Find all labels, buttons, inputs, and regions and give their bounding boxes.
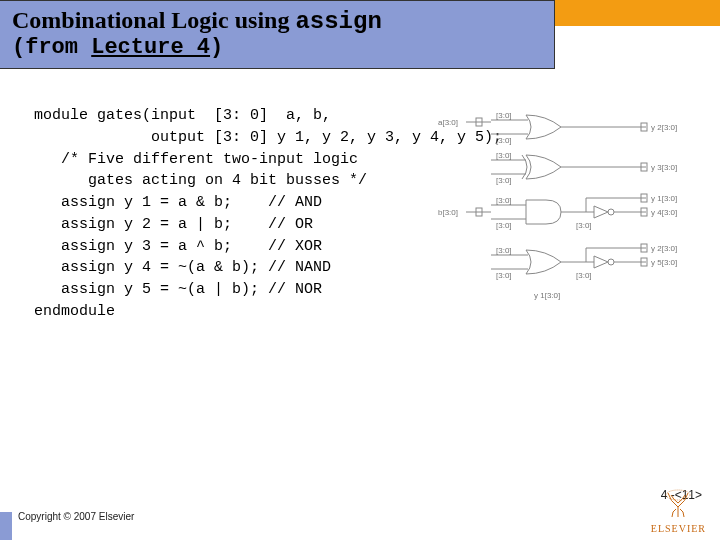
and-gate-icon <box>491 198 646 224</box>
code-line: module gates(input [3: 0] a, b, <box>34 107 331 124</box>
out-y2b: y 2[3:0] <box>651 244 677 253</box>
bus-label: [3:0] <box>496 196 512 205</box>
slide-subtitle: (from Lecture 4) <box>12 35 542 60</box>
label-b: b[3:0] <box>438 208 458 217</box>
out-y3: y 3[3:0] <box>651 163 677 172</box>
bus-label: [3:0] <box>496 111 512 120</box>
xor-gate-icon <box>491 155 646 179</box>
accent-corner <box>0 512 12 540</box>
slide-title: Combinational Logic using assign <box>12 7 542 35</box>
code-line: endmodule <box>34 303 115 320</box>
out-y5: y 5[3:0] <box>651 258 677 267</box>
code-line: gates acting on 4 bit busses */ <box>34 172 367 189</box>
label-a: a[3:0] <box>438 118 458 127</box>
code-line: /* Five different two-input logic <box>34 151 358 168</box>
subtitle-open: (from <box>12 35 91 60</box>
or-gate2-icon <box>491 248 646 274</box>
bus-label: [3:0] <box>496 246 512 255</box>
subtitle-link: Lecture 4 <box>91 35 210 60</box>
bus-label: [3:0] <box>576 221 592 230</box>
out-y4: y 4[3:0] <box>651 208 677 217</box>
title-bar: Combinational Logic using assign (from L… <box>0 0 555 69</box>
code-line: assign y 3 = a ^ b; // XOR <box>34 238 322 255</box>
schematic-diagram: a[3:0] b[3:0] [3:0] [3:0] y 2[3:0] [3:0]… <box>436 110 716 330</box>
bus-label: [3:0] <box>496 151 512 160</box>
tree-icon <box>658 489 698 519</box>
accent-stripe <box>540 0 720 26</box>
bus-label: [3:0] <box>496 221 512 230</box>
code-line: assign y 1 = a & b; // AND <box>34 194 322 211</box>
code-line: assign y 4 = ~(a & b); // NAND <box>34 259 331 276</box>
extra-label-y1: y 1[3:0] <box>534 291 560 300</box>
out-y2: y 2[3:0] <box>651 123 677 132</box>
title-prefix: Combinational Logic using <box>12 7 295 33</box>
code-line: output [3: 0] y 1, y 2, y 3, y 4, y 5); <box>34 129 502 146</box>
or-gate-icon <box>491 115 646 139</box>
bus-label: [3:0] <box>576 271 592 280</box>
bus-label: [3:0] <box>496 176 512 185</box>
bus-label: [3:0] <box>496 136 512 145</box>
svg-point-32 <box>666 490 690 500</box>
title-mono: assign <box>295 8 381 35</box>
code-line: assign y 5 = ~(a | b); // NOR <box>34 281 322 298</box>
copyright-footer: Copyright © 2007 Elsevier <box>18 511 134 522</box>
publisher-logo: ELSEVIER <box>651 489 706 534</box>
subtitle-close: ) <box>210 35 223 60</box>
out-y1: y 1[3:0] <box>651 194 677 203</box>
bus-label: [3:0] <box>496 271 512 280</box>
logo-text: ELSEVIER <box>651 523 706 534</box>
code-line: assign y 2 = a | b; // OR <box>34 216 313 233</box>
